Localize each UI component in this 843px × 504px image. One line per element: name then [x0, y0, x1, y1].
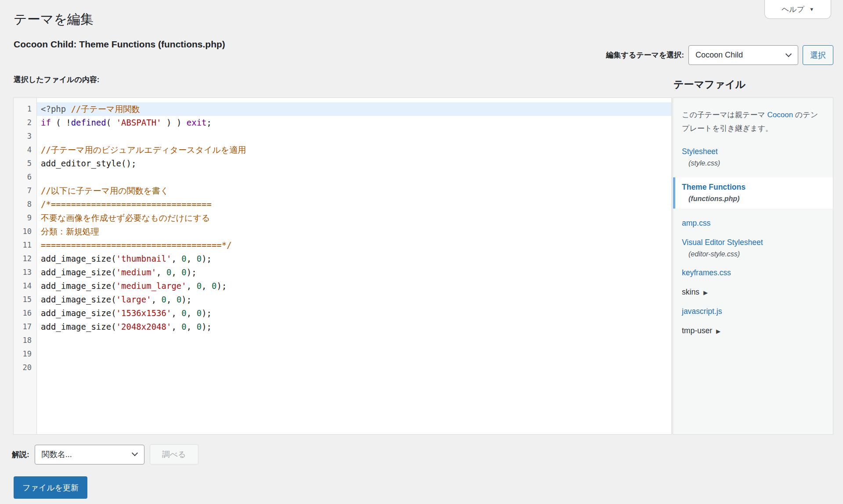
code-line-content: //以下に子テーマ用の関数を書く	[37, 184, 671, 198]
line-number: 19	[14, 347, 37, 361]
theme-file-link[interactable]: amp.css	[682, 219, 710, 227]
code-line[interactable]: 19	[14, 347, 671, 361]
code-line[interactable]: 7//以下に子テーマ用の関数を書く	[14, 184, 671, 198]
code-lines: 1<?php //子テーマ用関数2if ( !defined( 'ABSPATH…	[14, 102, 671, 374]
theme-file-item: keyframes.css	[680, 268, 826, 277]
code-line-content: //子テーマ用のビジュアルエディタースタイルを適用	[37, 143, 671, 157]
theme-file-item: Stylesheet(style.css)	[680, 147, 826, 167]
code-line-content: add_editor_style();	[37, 157, 671, 170]
theme-files-title: テーマファイル	[674, 78, 833, 91]
line-number: 17	[14, 320, 37, 334]
code-editor[interactable]: 1<?php //子テーマ用関数2if ( !defined( 'ABSPATH…	[13, 97, 672, 435]
code-line-content	[37, 347, 671, 361]
code-line-content	[37, 361, 671, 374]
line-number: 2	[14, 116, 37, 130]
code-line[interactable]: 1<?php //子テーマ用関数	[14, 102, 671, 116]
line-number: 1	[14, 102, 37, 116]
code-line-content: add_image_size('medium_large', 0, 0);	[37, 279, 671, 293]
line-number: 16	[14, 306, 37, 320]
select-theme-label: 編集するテーマを選択:	[606, 50, 684, 60]
theme-select-group: 編集するテーマを選択: Cocoon Child 選択	[606, 45, 833, 65]
code-line[interactable]: 20	[14, 361, 671, 374]
line-number: 12	[14, 252, 37, 266]
theme-file-item: Theme Functions(functions.php)	[673, 177, 833, 209]
theme-file-link[interactable]: skins	[682, 288, 699, 296]
update-file-button[interactable]: ファイルを更新	[14, 476, 87, 499]
function-name-select[interactable]: 関数名...	[35, 445, 144, 464]
help-button[interactable]: ヘルプ ▼	[764, 0, 831, 19]
theme-file-item: skins▶	[680, 288, 826, 297]
theme-file-item: amp.css	[680, 219, 826, 228]
child-theme-description: この子テーマは親テーマ Cocoon のテンプレートを引き継ぎます。	[682, 108, 823, 136]
code-line-content: add_image_size('1536x1536', 0, 0);	[37, 306, 671, 320]
line-number: 6	[14, 170, 37, 184]
code-line-content: add_image_size('thumbnail', 0, 0);	[37, 252, 671, 266]
function-name-select-value: 関数名...	[42, 449, 72, 460]
code-line-content: /*================================	[37, 198, 671, 211]
page-title: テーマを編集	[14, 11, 94, 29]
code-line-content: if ( !defined( 'ABSPATH' ) ) exit;	[37, 116, 671, 130]
code-line-content	[37, 334, 671, 347]
code-line-content: ====================================*/	[37, 238, 671, 252]
code-line[interactable]: 11====================================*/	[14, 238, 671, 252]
theme-file-item: javascript.js	[680, 307, 826, 316]
code-line-content: add_image_size('medium', 0, 0);	[37, 266, 671, 279]
code-line-content: add_image_size('2048x2048', 0, 0);	[37, 320, 671, 334]
code-line[interactable]: 15add_image_size('large', 0, 0);	[14, 293, 671, 306]
file-content-label: 選択したファイルの内容:	[14, 75, 99, 85]
code-line[interactable]: 8/*================================	[14, 198, 671, 211]
theme-file-filename: (style.css)	[688, 159, 826, 167]
doc-label: 解説:	[12, 450, 29, 460]
code-line-content: <?php //子テーマ用関数	[37, 102, 671, 116]
line-number: 15	[14, 293, 37, 306]
theme-file-filename: (functions.php)	[688, 195, 826, 203]
theme-select-value: Cocoon Child	[695, 50, 743, 60]
code-line-content	[37, 170, 671, 184]
line-number: 18	[14, 334, 37, 347]
documentation-row: 解説: 関数名... 調べる	[12, 444, 198, 464]
line-number: 8	[14, 198, 37, 211]
theme-file-link[interactable]: Visual Editor Stylesheet	[682, 238, 763, 247]
parent-theme-link[interactable]: Cocoon	[767, 111, 793, 119]
line-number: 20	[14, 361, 37, 374]
chevron-down-icon: ▼	[809, 7, 814, 12]
code-line[interactable]: 4//子テーマ用のビジュアルエディタースタイルを適用	[14, 143, 671, 157]
code-line[interactable]: 18	[14, 334, 671, 347]
folder-expand-icon: ▶	[716, 328, 721, 335]
code-line[interactable]: 3	[14, 130, 671, 143]
code-line[interactable]: 13add_image_size('medium', 0, 0);	[14, 266, 671, 279]
description-text: この子テーマは親テーマ	[682, 111, 767, 119]
line-number: 7	[14, 184, 37, 198]
line-number: 10	[14, 225, 37, 238]
code-line-content	[37, 130, 671, 143]
theme-file-link[interactable]: tmp-user	[682, 326, 712, 335]
chevron-down-icon	[132, 450, 138, 456]
line-number: 3	[14, 130, 37, 143]
edited-file-title: Cocoon Child: Theme Functions (functions…	[14, 39, 225, 50]
theme-file-item: tmp-user▶	[680, 326, 826, 335]
code-line[interactable]: 17add_image_size('2048x2048', 0, 0);	[14, 320, 671, 334]
theme-file-item: Visual Editor Stylesheet(editor-style.cs…	[680, 238, 826, 258]
help-button-label: ヘルプ	[782, 4, 804, 14]
code-line[interactable]: 9不要な画像を作成せず必要なものだけにする	[14, 211, 671, 225]
theme-file-link[interactable]: javascript.js	[682, 307, 722, 316]
code-line[interactable]: 6	[14, 170, 671, 184]
theme-file-link[interactable]: keyframes.css	[682, 268, 731, 277]
code-line[interactable]: 2if ( !defined( 'ABSPATH' ) ) exit;	[14, 116, 671, 130]
theme-file-link[interactable]: Stylesheet	[682, 147, 718, 156]
line-number: 4	[14, 143, 37, 157]
lookup-button[interactable]: 調べる	[150, 444, 198, 464]
select-theme-button[interactable]: 選択	[803, 45, 833, 65]
theme-files-sidebar: テーマファイル この子テーマは親テーマ Cocoon のテンプレートを引き継ぎま…	[673, 78, 833, 435]
code-line[interactable]: 12add_image_size('thumbnail', 0, 0);	[14, 252, 671, 266]
code-line[interactable]: 16add_image_size('1536x1536', 0, 0);	[14, 306, 671, 320]
line-number: 11	[14, 238, 37, 252]
code-line[interactable]: 10分類：新規処理	[14, 225, 671, 238]
code-line[interactable]: 14add_image_size('medium_large', 0, 0);	[14, 279, 671, 293]
code-line-content: 不要な画像を作成せず必要なものだけにする	[37, 211, 671, 225]
code-line[interactable]: 5add_editor_style();	[14, 157, 671, 170]
code-line-content: add_image_size('large', 0, 0);	[37, 293, 671, 306]
theme-file-link[interactable]: Theme Functions	[682, 183, 746, 191]
theme-select[interactable]: Cocoon Child	[688, 45, 798, 65]
chevron-down-icon	[785, 50, 792, 57]
